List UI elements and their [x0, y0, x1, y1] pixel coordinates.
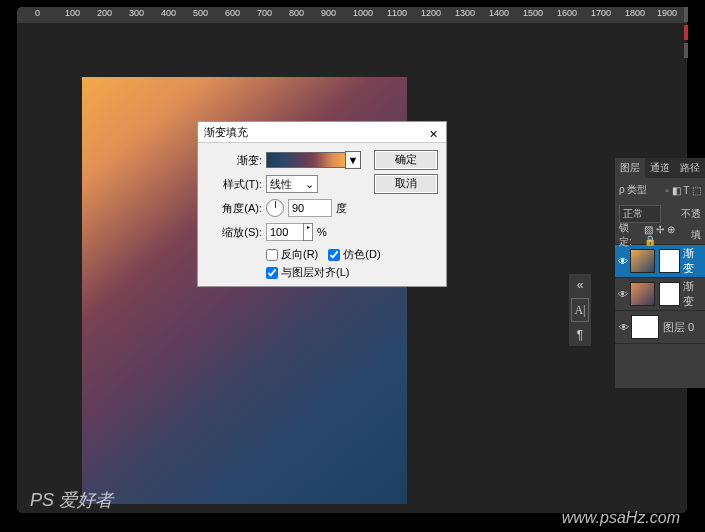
layer-thumb[interactable]: [631, 315, 659, 339]
ruler-horizontal: 0 100 200 300 400 500 600 700 800 900 10…: [17, 7, 687, 23]
watermark-text: PS 爱好者: [30, 488, 113, 512]
gradient-dropdown-icon[interactable]: ▼: [345, 151, 361, 169]
opacity-label: 不透: [681, 207, 701, 221]
ok-button[interactable]: 确定: [374, 150, 438, 170]
layer-thumb[interactable]: [630, 249, 655, 273]
layer-row[interactable]: 👁 渐变: [615, 278, 705, 311]
cancel-button[interactable]: 取消: [374, 174, 438, 194]
fill-label: 填: [691, 228, 701, 242]
scale-unit: %: [317, 226, 327, 238]
align-label: 与图层对齐(L): [281, 265, 349, 280]
reverse-checkbox[interactable]: [266, 249, 278, 261]
dialog-title: 渐变填充: [204, 126, 248, 138]
gradient-fill-dialog: 渐变填充 ✕ 确定 取消 渐变: ▼ 样式(T): 线性⌄ 角度(A):: [197, 121, 447, 287]
style-select[interactable]: 线性⌄: [266, 175, 318, 193]
angle-input[interactable]: 90: [288, 199, 332, 217]
filter-kind-label[interactable]: ρ 类型: [619, 183, 647, 197]
angle-unit: 度: [336, 201, 347, 216]
lock-icons[interactable]: ▨ ✢ ⊕ 🔒: [644, 224, 687, 246]
panel-tabs: 图层 通道 路径: [615, 158, 705, 178]
layer-thumb[interactable]: [630, 282, 655, 306]
watermark-url: www.psaHz.com: [562, 509, 680, 527]
angle-dial[interactable]: [266, 199, 284, 217]
layer-name[interactable]: 渐变: [683, 279, 703, 309]
layer-name[interactable]: 图层 0: [663, 320, 694, 335]
style-label: 样式(T):: [206, 177, 262, 192]
layer-row[interactable]: 👁 渐变: [615, 245, 705, 278]
layer-mask[interactable]: [659, 282, 681, 306]
angle-label: 角度(A):: [206, 201, 262, 216]
scale-input[interactable]: 100: [266, 223, 304, 241]
dither-checkbox[interactable]: [328, 249, 340, 261]
lock-label: 锁定:: [619, 221, 640, 249]
tab-paths[interactable]: 路径: [675, 158, 705, 178]
layer-row[interactable]: 👁 图层 0: [615, 311, 705, 344]
align-checkbox[interactable]: [266, 267, 278, 279]
dither-label: 仿色(D): [343, 247, 380, 262]
tab-layers[interactable]: 图层: [615, 158, 645, 178]
dialog-titlebar[interactable]: 渐变填充 ✕: [198, 122, 446, 143]
gradient-swatch[interactable]: [266, 152, 346, 168]
paragraph-icon[interactable]: ¶: [569, 324, 591, 346]
visibility-icon[interactable]: 👁: [617, 289, 630, 300]
visibility-icon[interactable]: 👁: [617, 322, 631, 333]
reverse-label: 反向(R): [281, 247, 318, 262]
scale-spinner[interactable]: ▸: [303, 223, 313, 241]
chevron-left-icon[interactable]: «: [569, 274, 591, 296]
collapsed-panel-dock[interactable]: « A| ¶: [568, 273, 592, 347]
layer-name[interactable]: 渐变: [683, 246, 703, 276]
type-tool-icon[interactable]: A|: [571, 298, 589, 322]
scale-label: 缩放(S):: [206, 225, 262, 240]
visibility-icon[interactable]: 👁: [617, 256, 630, 267]
tab-channels[interactable]: 通道: [645, 158, 675, 178]
close-icon[interactable]: ✕: [424, 124, 442, 138]
layer-mask[interactable]: [659, 249, 681, 273]
gradient-label: 渐变:: [206, 153, 262, 168]
